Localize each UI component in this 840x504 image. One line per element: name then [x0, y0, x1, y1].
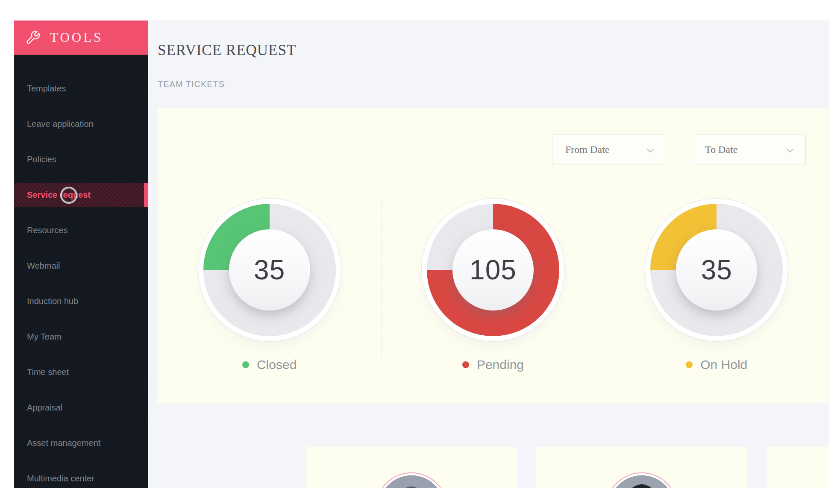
sidebar-item-label: Policies [27, 155, 56, 164]
avatar-photo-man-gray-hair [379, 475, 444, 488]
team-member-card[interactable] [536, 447, 747, 488]
page: TOOLS Templates Leave application Polici… [0, 0, 840, 504]
sidebar-item-label: Induction hub [27, 296, 78, 306]
legend-label: On Hold [700, 357, 747, 372]
sidebar-item-label: Templates [27, 84, 66, 94]
sidebar-item-time-sheet[interactable]: Time sheet [14, 355, 148, 390]
legend-label: Pending [477, 357, 524, 372]
legend-label: Closed [257, 357, 297, 372]
pending-donut-chart: 105 [427, 204, 559, 336]
wrench-icon [25, 30, 41, 45]
sidebar-item-templates[interactable]: Templates [14, 71, 148, 106]
sidebar-item-label: Service request [27, 190, 91, 200]
closed-legend: Closed [242, 357, 297, 372]
main-content: SERVICE REQUEST TEAM TICKETS From Date T… [148, 21, 829, 488]
avatar-photo-man-dark-hair [609, 475, 675, 488]
sidebar-header: TOOLS [14, 21, 148, 55]
on-hold-count: 35 [701, 254, 732, 286]
yellow-dot-icon [686, 361, 693, 368]
app-window: TOOLS Templates Leave application Polici… [14, 21, 829, 488]
on-hold-donut-chart: 35 [650, 204, 783, 336]
vertical-divider [605, 196, 605, 364]
donut-center: 105 [452, 229, 534, 311]
donut-pending: 105 Pending [381, 108, 605, 403]
sidebar-item-multimedia-center[interactable]: Multimedia center [14, 461, 148, 488]
green-dot-icon [242, 361, 249, 368]
sidebar-item-my-team[interactable]: My Team [14, 319, 148, 355]
pending-count: 105 [470, 254, 517, 286]
on-hold-legend: On Hold [686, 357, 747, 372]
avatar [376, 472, 447, 488]
sidebar-item-service-request[interactable]: Service request [14, 177, 148, 213]
page-title: SERVICE REQUEST [158, 42, 829, 59]
red-dot-icon [462, 361, 469, 368]
sidebar-item-policies[interactable]: Policies [14, 142, 148, 177]
donut-closed: 35 Closed [158, 108, 381, 403]
sidebar-title: TOOLS [50, 30, 103, 45]
sidebar-item-label: Webmail [27, 261, 60, 271]
donut-row: 35 Closed 105 [158, 108, 828, 403]
team-cards-row [306, 447, 829, 488]
avatar [606, 472, 678, 488]
donut-on-hold: 35 On Hold [605, 108, 828, 403]
click-indicator [60, 187, 77, 204]
vertical-divider [381, 196, 382, 364]
sidebar-item-label: Time sheet [27, 367, 69, 377]
sidebar-item-label: Leave application [27, 119, 94, 129]
sidebar-item-asset-management[interactable]: Asset management [14, 425, 148, 461]
closed-count: 35 [254, 254, 285, 286]
team-member-card[interactable] [306, 447, 517, 488]
team-tickets-panel: From Date To Date [158, 108, 828, 403]
sidebar-item-resources[interactable]: Resources [14, 213, 148, 248]
closed-donut-chart: 35 [203, 204, 336, 336]
section-subtitle: TEAM TICKETS [158, 79, 829, 89]
sidebar-item-label: Resources [27, 226, 68, 235]
sidebar-item-label: My Team [27, 332, 62, 342]
sidebar: TOOLS Templates Leave application Polici… [14, 21, 148, 488]
sidebar-item-webmail[interactable]: Webmail [14, 248, 148, 284]
sidebar-item-label: Multimedia center [27, 474, 94, 483]
donut-center: 35 [676, 229, 757, 311]
sidebar-item-label: Appraisal [27, 403, 62, 413]
sidebar-item-leave-application[interactable]: Leave application [14, 106, 148, 142]
sidebar-item-label: Asset management [27, 438, 100, 448]
team-member-card[interactable] [767, 447, 829, 488]
donut-center: 35 [229, 229, 310, 311]
sidebar-item-appraisal[interactable]: Appraisal [14, 390, 148, 425]
sidebar-item-induction-hub[interactable]: Induction hub [14, 284, 148, 319]
pending-legend: Pending [462, 357, 524, 372]
sidebar-menu: Templates Leave application Policies Ser… [14, 55, 148, 488]
